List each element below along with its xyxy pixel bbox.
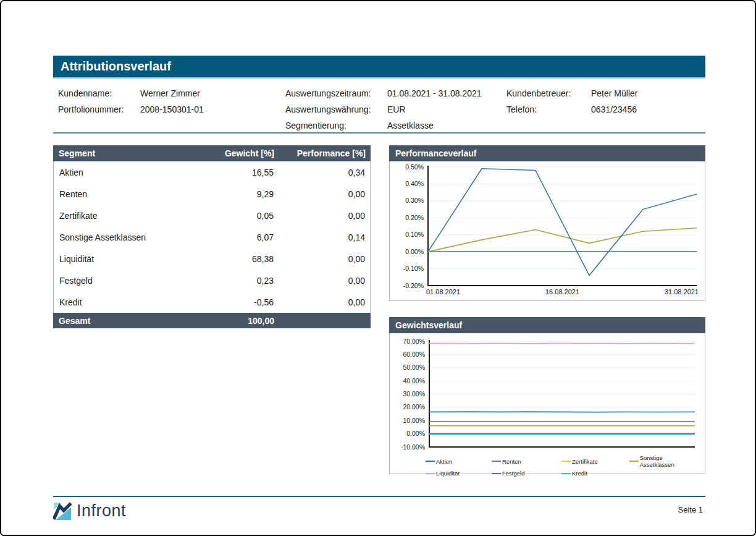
table-row: Aktien16,550,34 bbox=[54, 161, 370, 183]
info-column-evaluation: Auswertungszeitraum:01.08.2021 - 31.08.2… bbox=[285, 85, 482, 134]
info-value: Assetklasse bbox=[387, 121, 434, 130]
y-tick-label: 10.00% bbox=[403, 417, 425, 424]
legend-swatch bbox=[629, 461, 639, 462]
y-tick-label: 20.00% bbox=[403, 403, 425, 411]
info-column-client: Kundenname:Werner ZimmerPortfolionummer:… bbox=[58, 85, 204, 117]
info-divider bbox=[53, 132, 705, 134]
info-value: EUR bbox=[387, 104, 406, 114]
table-row: Liquidität68,380,00 bbox=[54, 248, 370, 270]
info-label: Auswertungswährung: bbox=[285, 104, 387, 114]
info-label: Telefon: bbox=[506, 104, 591, 114]
info-label: Auswertungszeitraum: bbox=[285, 88, 387, 98]
weight-line-chart: -10.00%0.00%10.00%20.00%30.00%40.00%50.0… bbox=[390, 333, 705, 452]
total-label: Gesamt bbox=[53, 316, 205, 326]
info-value: 2008-150301-01 bbox=[140, 104, 204, 114]
page-title: Attributionsverlauf bbox=[53, 56, 705, 79]
table-row: Zertifikate0,050,00 bbox=[54, 205, 370, 226]
info-row: Segmentierung:Assetklasse bbox=[285, 117, 482, 134]
x-tick-label: 16.08.2021 bbox=[545, 288, 579, 296]
y-tick-label: 30.00% bbox=[403, 390, 425, 398]
legend-swatch bbox=[561, 461, 571, 462]
info-row: Auswertungszeitraum:01.08.2021 - 31.08.2… bbox=[285, 85, 482, 101]
legend-label: Liquidität bbox=[436, 470, 460, 477]
series-line-aktien bbox=[428, 169, 697, 276]
y-tick-label: 0.10% bbox=[405, 231, 424, 238]
legend-swatch bbox=[426, 461, 435, 462]
info-row: Telefon:0631/23456 bbox=[506, 101, 637, 117]
cell-performance: 0,00 bbox=[279, 297, 370, 307]
col-header-performance: Performance [%] bbox=[279, 148, 371, 158]
weight-chart-title: Gewichtsverlauf bbox=[389, 317, 705, 333]
y-tick-label: 0.50% bbox=[405, 163, 424, 171]
legend-label: Kredit bbox=[572, 470, 587, 477]
brand-name: Infront bbox=[77, 501, 126, 521]
info-row: Auswertungswährung:EUR bbox=[285, 101, 482, 117]
legend-item-zertifikate: Zertifikate bbox=[561, 454, 629, 468]
segment-table: Segment Gewicht [%] Performance [%] Akti… bbox=[53, 145, 371, 328]
y-tick-label: 0.00% bbox=[406, 430, 425, 437]
series-line-aktien bbox=[429, 412, 695, 412]
legend-item-renten: Renten bbox=[492, 454, 561, 468]
legend-item-festgeld: Festgeld bbox=[492, 470, 561, 477]
cell-gewicht: 68,38 bbox=[204, 254, 279, 264]
cell-segment: Zertifikate bbox=[54, 211, 204, 221]
weight-chart-panel: -10.00%0.00%10.00%20.00%30.00%40.00%50.0… bbox=[389, 333, 705, 474]
y-tick-label: 50.00% bbox=[403, 364, 425, 371]
info-label: Segmentierung: bbox=[285, 121, 387, 130]
cell-segment: Aktien bbox=[54, 168, 204, 177]
cell-performance: 0,00 bbox=[279, 276, 370, 286]
segment-table-header: Segment Gewicht [%] Performance [%] bbox=[53, 145, 371, 161]
y-tick-label: 40.00% bbox=[403, 377, 425, 385]
performance-chart-panel: -0.20%-0.10%0.00%0.10%0.20%0.30%0.40%0.5… bbox=[389, 161, 705, 301]
cell-performance: 0,14 bbox=[279, 232, 370, 242]
cell-gewicht: 6,07 bbox=[204, 232, 279, 242]
weight-chart-legend: AktienRentenZertifikateSonstige Assetkla… bbox=[426, 454, 697, 477]
table-row: Sonstige Assetklassen6,070,14 bbox=[54, 226, 370, 248]
info-row: Kundenname:Werner Zimmer bbox=[58, 85, 204, 101]
y-tick-label: 0.40% bbox=[405, 180, 424, 187]
table-row: Renten9,290,00 bbox=[54, 183, 370, 205]
segment-table-body: Aktien16,550,34Renten9,290,00Zertifikate… bbox=[53, 161, 371, 313]
cell-gewicht: 16,55 bbox=[204, 168, 279, 177]
cell-segment: Renten bbox=[54, 189, 204, 199]
total-gewicht: 100,00 bbox=[205, 316, 279, 326]
cell-performance: 0,00 bbox=[279, 211, 370, 221]
client-info-grid: Kundenname:Werner ZimmerPortfolionummer:… bbox=[53, 85, 705, 132]
legend-swatch bbox=[561, 473, 571, 474]
legend-label: Aktien bbox=[436, 458, 452, 465]
cell-segment: Kredit bbox=[54, 297, 204, 307]
x-tick-label: 31.08.2021 bbox=[665, 288, 699, 296]
cell-gewicht: 9,29 bbox=[204, 189, 279, 199]
cell-performance: 0,00 bbox=[279, 189, 370, 199]
page-number: Seite 1 bbox=[678, 505, 703, 514]
col-header-segment: Segment bbox=[53, 148, 205, 158]
cell-segment: Sonstige Assetklassen bbox=[54, 232, 204, 242]
legend-swatch bbox=[426, 473, 435, 474]
info-value: 01.08.2021 - 31.08.2021 bbox=[387, 88, 482, 98]
cell-gewicht: 0,05 bbox=[204, 211, 279, 221]
cell-segment: Liquidität bbox=[54, 254, 204, 264]
table-row: Festgeld0,230,00 bbox=[54, 270, 370, 291]
legend-label: Sonstige Assetklassen bbox=[640, 454, 697, 468]
report-page: Attributionsverlauf Kundenname:Werner Zi… bbox=[0, 0, 756, 536]
info-value: Werner Zimmer bbox=[140, 88, 200, 98]
performance-line-chart: -0.20%-0.10%0.00%0.10%0.20%0.30%0.40%0.5… bbox=[390, 161, 705, 300]
y-tick-label: 0.20% bbox=[405, 214, 424, 221]
y-tick-label: 0.30% bbox=[405, 197, 424, 204]
legend-item-sonstige-assetklassen: Sonstige Assetklassen bbox=[629, 454, 697, 468]
legend-swatch bbox=[492, 461, 501, 462]
y-tick-label: 60.00% bbox=[403, 351, 425, 358]
brand-logo: Infront bbox=[53, 501, 126, 521]
cell-segment: Festgeld bbox=[54, 276, 204, 286]
info-column-advisor: Kundenbetreuer:Peter MüllerTelefon:0631/… bbox=[506, 85, 637, 117]
info-label: Kundenbetreuer: bbox=[506, 88, 591, 98]
cell-performance: 0,00 bbox=[279, 254, 370, 264]
info-row: Kundenbetreuer:Peter Müller bbox=[506, 85, 637, 101]
info-row: Portfolionummer:2008-150301-01 bbox=[58, 101, 204, 117]
y-tick-label: -0.10% bbox=[403, 265, 424, 272]
y-tick-label: 70.00% bbox=[403, 338, 425, 345]
legend-label: Zertifikate bbox=[572, 458, 598, 465]
legend-item-kredit: Kredit bbox=[561, 470, 629, 477]
legend-label: Renten bbox=[502, 458, 521, 465]
performance-chart-title: Performanceverlauf bbox=[389, 145, 705, 161]
